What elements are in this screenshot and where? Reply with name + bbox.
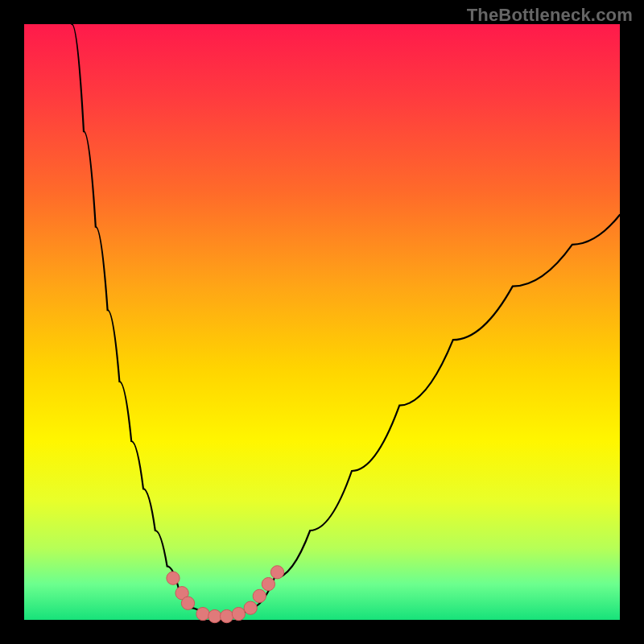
marker-dot xyxy=(196,607,209,620)
curve-left xyxy=(72,24,191,608)
marker-dot xyxy=(253,589,266,602)
marker-dot xyxy=(208,609,221,622)
marker-dot xyxy=(270,566,283,579)
curve-right xyxy=(250,215,620,608)
marker-dot xyxy=(220,609,233,622)
curve-group xyxy=(72,24,620,617)
chart-svg xyxy=(24,24,620,620)
marker-dot xyxy=(232,607,245,620)
marker-dot xyxy=(262,577,275,590)
marker-dot xyxy=(244,601,257,614)
attribution-text: TheBottleneck.com xyxy=(467,5,633,26)
marker-dot xyxy=(181,597,194,609)
chart-frame: TheBottleneck.com xyxy=(0,0,644,644)
plot-area xyxy=(24,24,620,620)
marker-dot xyxy=(167,572,180,584)
